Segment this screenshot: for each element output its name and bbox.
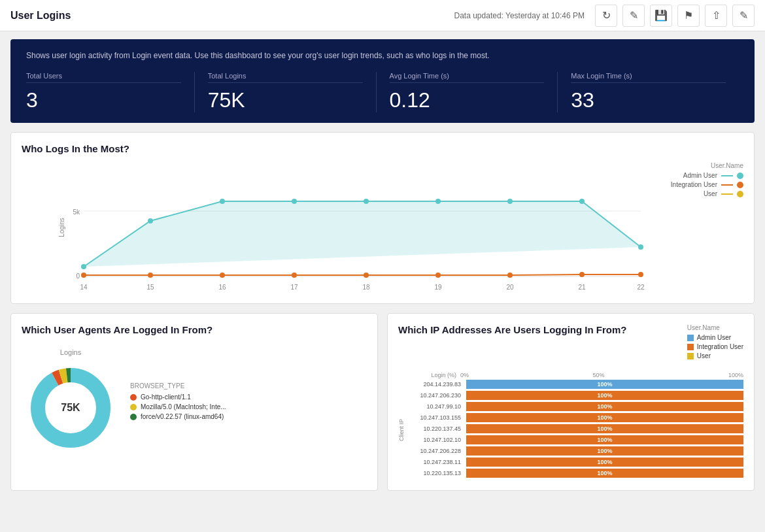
edit-button[interactable]: ✎ [622, 5, 645, 27]
ip-y-label: Client IP [398, 380, 405, 480]
donut-dot-1 [130, 404, 137, 410]
admin-dot-7 [579, 199, 585, 204]
stat-avg-login: Avg Login Time (s) 0.12 [390, 72, 558, 112]
line-chart-panel: Who Logs In the Most? User.Name Admin Us… [10, 132, 755, 304]
bar-fill-4: 100% [466, 424, 743, 433]
admin-dot-2 [220, 199, 225, 204]
donut-wrapper-area: Logins [22, 348, 120, 457]
bar-ip-0: 204.14.239.83 [407, 381, 466, 388]
bar-ip-2: 10.247.99.10 [407, 403, 466, 410]
bar-ip-1: 10.247.206.230 [407, 392, 466, 399]
integration-dot-2 [220, 273, 225, 278]
bar-tick-1: 50% [592, 372, 604, 378]
integration-dot-3 [292, 273, 297, 278]
line-chart-container: User.Name Admin User Integration User Us… [22, 162, 743, 293]
bar-tick-0: 0% [460, 372, 469, 378]
svg-text:22: 22 [637, 284, 645, 291]
bar-container-8: 100% [466, 469, 743, 478]
share-button[interactable]: ⇧ [705, 5, 727, 27]
bar-x-label: Login (%) [398, 372, 460, 378]
legend-integration-label: Integration User [671, 181, 717, 188]
integration-dot-4 [364, 273, 369, 278]
donut-legend: BROWSER_TYPE Go-http-client/1.1 Mozilla/… [130, 382, 226, 423]
stat-max-login-label: Max Login Time (s) [571, 72, 726, 83]
line-chart-legend: User.Name Admin User Integration User Us… [671, 162, 743, 199]
donut-legend-item-2: force/v0.22.57 (linux-amd64) [130, 413, 226, 420]
legend-integration-dot [737, 182, 743, 188]
stat-avg-login-label: Avg Login Time (s) [390, 72, 545, 83]
banner-description: Shows user login activity from Login eve… [26, 50, 739, 61]
bar-row-1: 10.247.206.230 100% [407, 391, 743, 400]
bar-ip-8: 10.220.135.13 [407, 470, 466, 476]
bar-container-1: 100% [466, 391, 743, 400]
bar-row-8: 10.220.135.13 100% [407, 469, 743, 478]
donut-dot-2 [130, 414, 137, 420]
svg-text:0: 0 [76, 273, 80, 280]
legend-integration: Integration User [671, 181, 743, 188]
bookmark-button[interactable]: ⚑ [677, 5, 700, 27]
donut-legend-title: BROWSER_TYPE [130, 382, 226, 390]
bar-fill-8: 100% [466, 469, 743, 478]
admin-dot-8 [638, 244, 643, 250]
bar-legend-label-0: Admin User [697, 334, 731, 341]
bar-ip-3: 10.247.103.155 [407, 414, 466, 421]
legend-admin-label: Admin User [683, 172, 717, 179]
bar-fill-3: 100% [466, 413, 743, 422]
bar-container-4: 100% [466, 424, 743, 433]
bar-container-0: 100% [466, 380, 743, 389]
donut-legend-item-1: Mozilla/5.0 (MacIntosh; Inte... [130, 403, 226, 410]
legend-integration-line [721, 184, 733, 186]
legend-user: User [671, 190, 743, 197]
bar-container-5: 100% [466, 435, 743, 444]
bar-container-2: 100% [466, 402, 743, 411]
save-button[interactable]: 💾 [650, 5, 672, 27]
bar-ip-7: 10.247.238.11 [407, 459, 466, 465]
bar-fill-1: 100% [466, 391, 743, 400]
stat-total-logins: Total Logins 75K [208, 72, 377, 112]
svg-text:14: 14 [80, 284, 88, 291]
bar-tick-2: 100% [728, 372, 743, 378]
donut-dot-0 [130, 394, 137, 401]
integration-dot-7 [579, 272, 585, 277]
bar-legend-sq-1 [687, 344, 694, 350]
stat-max-login: Max Login Time (s) 33 [571, 72, 739, 112]
donut-chart-panel: Which User Agents Are Logged In From? Lo… [10, 313, 378, 491]
bar-ip-4: 10.220.137.45 [407, 425, 466, 432]
bar-legend-item-0: Admin User [687, 334, 743, 341]
admin-dot-1 [148, 218, 153, 224]
integration-dot-0 [81, 273, 86, 278]
bar-fill-0: 100% [466, 380, 743, 389]
admin-dot-5 [435, 199, 441, 204]
donut-legend-item-0: Go-http-client/1.1 [130, 393, 226, 401]
line-chart-svg: Logins 5k 0 [48, 162, 658, 293]
integration-line [84, 274, 641, 275]
bar-fill-5: 100% [466, 435, 743, 444]
stat-total-users-label: Total Users [26, 72, 181, 83]
svg-text:21: 21 [578, 284, 586, 291]
legend-user-label: User [704, 190, 717, 197]
bar-legend-item-2: User [687, 352, 743, 359]
header-actions: Data updated: Yesterday at 10:46 PM ↻ ✎ … [454, 5, 755, 27]
bar-legend-sq-2 [687, 353, 694, 359]
svg-text:20: 20 [506, 284, 514, 291]
page-header: User Logins Data updated: Yesterday at 1… [0, 0, 765, 31]
stat-total-users: Total Users 3 [26, 72, 195, 112]
integration-dot-1 [148, 273, 153, 278]
donut-svg-wrapper: 75K [22, 359, 120, 457]
bar-legend-title: User.Name [687, 324, 743, 331]
bar-row-4: 10.220.137.45 100% [407, 424, 743, 433]
line-chart-title: Who Logs In the Most? [22, 143, 743, 154]
bar-fill-6: 100% [466, 446, 743, 456]
bar-ip-5: 10.247.102.10 [407, 437, 466, 443]
bar-rows-container: 204.14.239.83 100% 10.247.206.230 100% 1… [407, 380, 743, 478]
bar-chart-title: Which IP Addresses Are Users Logging In … [398, 324, 627, 335]
bar-row-7: 10.247.238.11 100% [407, 457, 743, 467]
bar-axis-header: Login (%) 0% 50% 100% [398, 372, 743, 378]
reset-button[interactable]: ↻ [595, 5, 617, 27]
donut-chart-title: Which User Agents Are Logged In From? [22, 324, 367, 335]
bar-container-7: 100% [466, 457, 743, 467]
bar-row-6: 10.247.206.228 100% [407, 446, 743, 456]
notifications-button[interactable]: ✎ [732, 5, 755, 27]
svg-text:17: 17 [290, 284, 298, 291]
donut-center-value: 75K [61, 402, 80, 414]
